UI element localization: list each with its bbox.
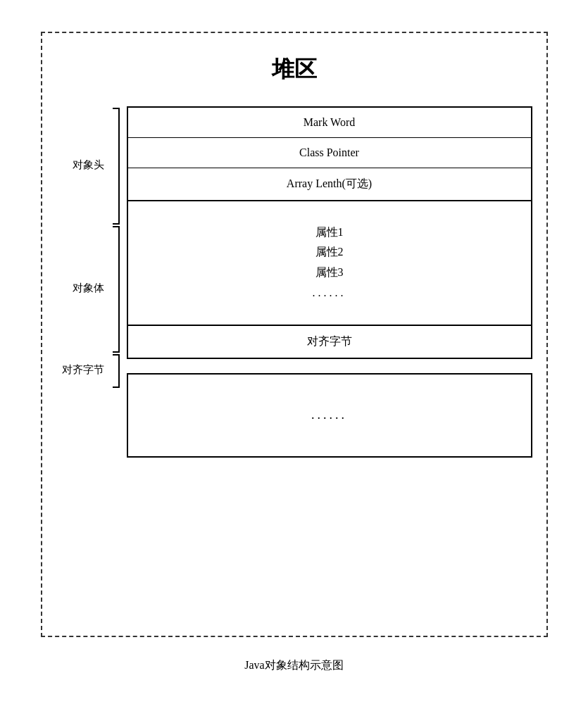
alignment-box: 对齐字节 [127,326,532,359]
body-row-2: 属性2 [315,242,344,263]
body-row-3: 属性3 [315,263,344,283]
second-object-dots: ...... [311,408,347,422]
body-row-dots: ...... [313,283,346,303]
right-content: Mark Word Class Pointer Array Lenth(可选) … [127,106,532,622]
main-container: 堆区 对象头 对象体 [41,32,548,637]
object-header-box: Mark Word Class Pointer Array Lenth(可选) [127,106,532,201]
array-length-row: Array Lenth(可选) [128,168,531,200]
mark-word-row: Mark Word [128,108,531,138]
second-object-box: ...... [127,373,532,458]
left-labels: 对象头 对象体 [56,106,120,622]
alignment-label: 对齐字节 [56,353,108,388]
object-body-box: 属性1 属性2 属性3 ...... [127,201,532,326]
diagram-caption: Java对象结构示意图 [244,658,343,673]
class-pointer-row: Class Pointer [128,138,531,168]
heap-title: 堆区 [272,54,317,85]
object-body-label: 对象体 [56,225,108,353]
body-row-1: 属性1 [315,222,344,243]
object-head-label: 对象头 [56,106,108,225]
